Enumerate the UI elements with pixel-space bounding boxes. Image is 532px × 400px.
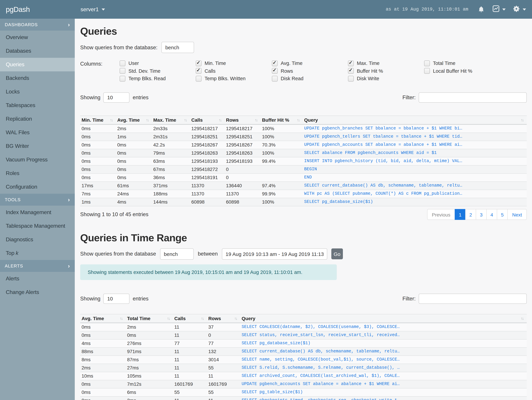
query-link[interactable]: UPDATE pgbench_accounts SET abalance = a… — [240, 380, 527, 388]
sidebar-item[interactable]: Queries — [0, 58, 75, 71]
page-button[interactable]: 4 — [486, 209, 497, 220]
sidebar-item-label: Tablespace Management — [6, 223, 65, 229]
column-toggle[interactable]: Disk Write — [348, 76, 424, 81]
min-time-cell: 0ms — [80, 141, 116, 149]
column-header[interactable]: Buffer Hit %↑↓ — [261, 116, 303, 124]
go-button[interactable]: Go — [331, 248, 343, 259]
database-input[interactable] — [160, 248, 194, 260]
column-header[interactable]: Min. Time↑↓ — [80, 116, 116, 124]
query-link[interactable]: BEGIN — [303, 165, 527, 173]
query-link[interactable]: UPDATE pgbench_branches SET bbalance = b… — [303, 125, 527, 132]
sidebar-item[interactable]: Vacuum Progress — [0, 153, 75, 166]
query-link[interactable]: SELECT S.relid, S.schemaname, S.relname,… — [240, 364, 527, 372]
query-link[interactable]: SELECT pg_database_size($1) — [240, 339, 527, 347]
next-page-button[interactable]: Next — [507, 209, 527, 220]
column-toggle[interactable]: Temp Blks. Read — [120, 76, 196, 81]
charts-menu-button[interactable] — [492, 5, 506, 14]
sidebar-item[interactable]: Change Alerts — [0, 286, 75, 299]
column-header[interactable]: Total Time↑↓ — [126, 314, 173, 322]
avg-time-cell: 0ms — [116, 141, 152, 149]
sidebar-item[interactable]: Index Management — [0, 206, 75, 219]
sidebar-item-label: Databases — [6, 48, 31, 54]
column-toggle[interactable]: Calls — [196, 68, 272, 74]
settings-gear-menu-button[interactable] — [513, 5, 526, 14]
column-toggle[interactable]: Min. Time — [196, 60, 272, 66]
query-link[interactable]: SELECT archived_count, COALESCE(last_arc… — [240, 372, 527, 380]
filter-input[interactable] — [419, 92, 527, 102]
calls-cell: 1295418191 — [190, 173, 225, 181]
avg-time-cell: 4ms — [80, 339, 126, 347]
column-toggle[interactable]: Buffer Hit % — [348, 68, 424, 74]
notifications-bell-icon[interactable] — [477, 6, 485, 13]
sort-icon: ↑↓ — [201, 314, 203, 322]
query-link[interactable]: WITH pc AS (SELECT pubname, COUNT(*) AS … — [303, 190, 527, 198]
query-link[interactable]: SELECT checkpoints_timed, checkpoints_re… — [240, 396, 527, 400]
query-link[interactable]: INSERT INTO pgbench_history (tid, bid, a… — [303, 157, 527, 165]
query-link[interactable]: SELECT abalance FROM pgbench_accounts WH… — [303, 149, 527, 157]
entries-count-input[interactable] — [103, 293, 130, 304]
entries-count-input[interactable] — [103, 92, 130, 102]
column-header[interactable]: Max. Time↑↓ — [152, 116, 190, 124]
column-header[interactable]: Rows↑↓ — [207, 314, 240, 322]
sidebar-item[interactable]: Replication — [0, 112, 75, 126]
column-toggle[interactable]: User — [120, 60, 196, 66]
previous-page-button[interactable]: Previous — [427, 209, 455, 220]
filter-input[interactable] — [419, 293, 527, 304]
sidebar-section-header[interactable]: ALERTS › — [0, 260, 75, 272]
sidebar-item[interactable]: Roles — [0, 166, 75, 180]
sidebar-item[interactable]: Diagnostics — [0, 233, 75, 246]
sidebar-item-label: Replication — [6, 116, 32, 122]
sidebar-section-header[interactable]: TOOLS › — [0, 194, 75, 206]
column-header[interactable]: Query↑↓ — [303, 116, 527, 124]
column-toggle[interactable]: Local Buffer Hit % — [424, 68, 500, 74]
query-link[interactable]: SELECT current_database() AS db, scheman… — [303, 182, 527, 190]
sidebar-item[interactable]: Locks — [0, 85, 75, 99]
column-toggle[interactable]: Total Time — [424, 60, 500, 66]
column-header[interactable]: Calls↑↓ — [190, 116, 225, 124]
sidebar-item[interactable]: BG Writer — [0, 139, 75, 153]
database-input[interactable] — [162, 42, 194, 53]
server-selector[interactable]: server1 — [81, 6, 105, 13]
column-toggle[interactable]: Temp Blks. Written — [196, 76, 272, 81]
sidebar-item[interactable]: Tablespaces — [0, 99, 75, 112]
checkbox-icon — [348, 60, 354, 66]
gear-icon — [513, 5, 520, 14]
page-button[interactable]: 1 — [455, 209, 466, 220]
query-link[interactable]: SELECT pg_table_size($1) — [240, 388, 527, 396]
sidebar-item[interactable]: Alerts — [0, 272, 75, 286]
query-row: 8ms 87ms 11 3014 SELECT name, setting, C… — [80, 356, 527, 364]
column-header[interactable]: Rows↑↓ — [225, 116, 261, 124]
sidebar-item[interactable]: Overview — [0, 31, 75, 44]
column-toggle[interactable]: Std. Dev. Time — [120, 68, 196, 74]
column-toggle[interactable]: Rows — [272, 68, 348, 74]
column-header[interactable]: Avg. Time↑↓ — [80, 314, 126, 322]
sidebar-item[interactable]: Databases — [0, 44, 75, 58]
sidebar-item[interactable]: Topk — [0, 246, 75, 260]
column-header[interactable]: Calls↑↓ — [173, 314, 207, 322]
sidebar-section-header[interactable]: DASHBOARDS › — [0, 19, 75, 31]
sidebar-item[interactable]: Backends — [0, 71, 75, 85]
column-header[interactable]: Avg. Time↑↓ — [116, 116, 152, 124]
query-link[interactable]: UPDATE pgbench_accounts SET abalance = a… — [303, 141, 527, 149]
page-button[interactable]: 5 — [497, 209, 508, 220]
query-link[interactable]: SELECT pg_database_size($1) — [303, 198, 527, 206]
sidebar-item[interactable]: Tablespace Management — [0, 219, 75, 233]
sidebar-item[interactable]: Configuration — [0, 180, 75, 194]
column-header[interactable]: Query↑↓ — [240, 314, 527, 322]
page-button[interactable]: 2 — [465, 209, 476, 220]
query-link[interactable]: UPDATE pgbench_tellers SET tbalance = tb… — [303, 133, 527, 140]
page-button[interactable]: 3 — [476, 209, 487, 220]
query-link[interactable]: END — [303, 173, 527, 181]
time-range-input[interactable] — [222, 248, 327, 260]
column-toggle[interactable]: Avg. Time — [272, 60, 348, 66]
column-toggle[interactable]: Max. Time — [348, 60, 424, 66]
column-toggle[interactable]: Disk Read — [272, 76, 348, 81]
max-time-cell: 63ms — [152, 157, 190, 165]
query-link[interactable]: SELECT status, receive_start_lsn, receiv… — [240, 331, 527, 339]
sort-icon: ↑↓ — [234, 314, 237, 322]
avg-time-cell: 0ms — [80, 396, 126, 400]
sidebar-item[interactable]: WAL Files — [0, 126, 75, 139]
query-link[interactable]: SELECT current_database() AS db, scheman… — [240, 348, 527, 355]
query-link[interactable]: SELECT name, setting, COALESCE(boot_val,… — [240, 356, 527, 363]
query-link[interactable]: SELECT COALESCE(datname, $2), COALESCE(u… — [240, 323, 527, 331]
